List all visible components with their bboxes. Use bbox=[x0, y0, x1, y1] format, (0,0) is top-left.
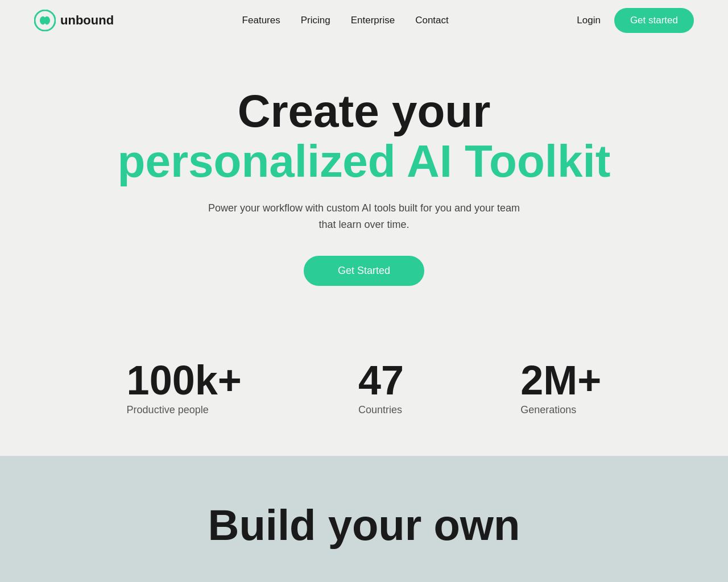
hero-title-line2: personalized AI Toolkit bbox=[118, 136, 611, 186]
stat-number-generations: 2M+ bbox=[520, 360, 601, 401]
nav-features-link[interactable]: Features bbox=[242, 15, 280, 26]
stat-item-countries: 47 Countries bbox=[358, 360, 404, 416]
nav-links: Features Pricing Enterprise Contact bbox=[242, 15, 449, 26]
get-started-nav-button[interactable]: Get started bbox=[614, 8, 694, 33]
stat-label-productive: Productive people bbox=[127, 404, 209, 416]
logo-link[interactable]: unbound bbox=[34, 10, 114, 31]
nav-pricing-link[interactable]: Pricing bbox=[301, 15, 330, 26]
stat-label-generations: Generations bbox=[520, 404, 576, 416]
navbar: unbound Features Pricing Enterprise Cont… bbox=[0, 0, 728, 41]
stat-number-countries: 47 bbox=[358, 360, 404, 401]
second-section: Build your own bbox=[0, 456, 728, 582]
nav-contact-link[interactable]: Contact bbox=[415, 15, 449, 26]
nav-right: Login Get started bbox=[577, 8, 694, 33]
second-section-title: Build your own bbox=[208, 501, 520, 549]
stat-item-generations: 2M+ Generations bbox=[520, 360, 601, 416]
hero-title-line1: Create your bbox=[238, 86, 491, 136]
logo-icon bbox=[34, 10, 56, 31]
stat-item-productive: 100k+ Productive people bbox=[127, 360, 242, 416]
stats-section: 100k+ Productive people 47 Countries 2M+… bbox=[0, 320, 728, 456]
hero-title: Create your personalized AI Toolkit bbox=[118, 86, 611, 186]
login-link[interactable]: Login bbox=[577, 15, 601, 26]
hero-subtitle: Power your workflow with custom AI tools… bbox=[205, 200, 523, 233]
nav-enterprise-link[interactable]: Enterprise bbox=[351, 15, 395, 26]
stat-label-countries: Countries bbox=[358, 404, 402, 416]
hero-section: Create your personalized AI Toolkit Powe… bbox=[0, 41, 728, 320]
logo-text: unbound bbox=[60, 13, 114, 28]
get-started-hero-button[interactable]: Get Started bbox=[304, 256, 424, 286]
stat-number-productive: 100k+ bbox=[127, 360, 242, 401]
